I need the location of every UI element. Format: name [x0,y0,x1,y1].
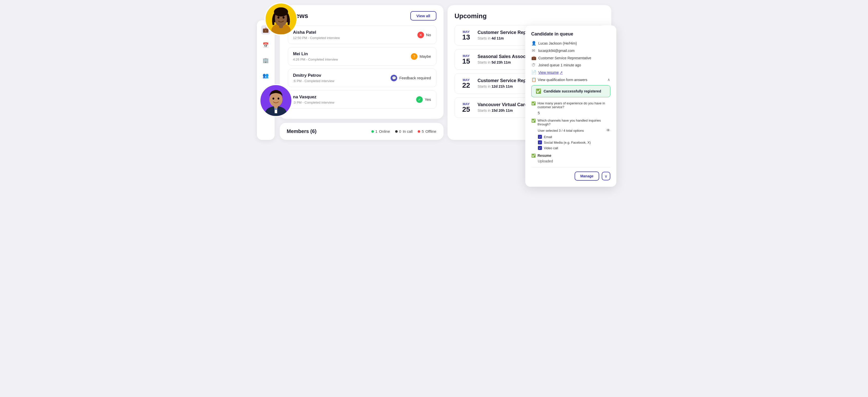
interview-time-vasquez: :3 PM - Completed interview [293,101,334,104]
stat-offline-count: 5 [422,129,424,134]
resume-section: ✅ Resume Uploaded [531,153,610,163]
checkbox-video: ✓ Video call [538,146,610,150]
event-day-2: 22 [460,82,473,89]
interview-name-mei: Mei Lin [293,51,338,56]
interview-status-mei: ? Maybe [411,53,431,60]
members-card: Members (6) 1 Online 0 In call 5 Offline [280,123,443,140]
interviews-header: rviews View all [288,11,436,21]
external-link-icon: ↗ [560,70,563,75]
interview-time-aisha: 12:50 PM - Completed interview [293,36,340,40]
checkbox-social: ✓ Social Media (e.g. Facebook, X) [538,140,610,144]
briefcase-icon: 💼 [531,55,536,60]
interview-name-vasquez: na Vasquez [293,94,334,100]
panel-row-joined: ⏱ Joined queue 1 minute ago [531,63,610,67]
panel-title: Candidate in queue [531,31,610,37]
sidebar-icon-users[interactable]: 👥 [261,71,270,80]
interview-info-mei: Mei Lin 4:26 PM - Completed interview [293,51,338,61]
members-stats: 1 Online 0 In call 5 Offline [371,129,436,134]
collapse-icon[interactable]: ∧ [607,77,610,82]
event-time-1: Starts in 5d 23h 11m [478,60,533,64]
candidate-email: lucasjck94@gmail.com [538,49,575,53]
event-day-3: 25 [460,106,473,113]
status-label-feedback: Feedback required [399,76,431,80]
qa-question-0: How many years of experience do you have… [538,101,610,109]
dot-online [371,130,374,133]
svg-point-12 [269,92,282,107]
interview-name-aisha: Aisha Patel [293,30,340,35]
stat-online: 1 Online [371,129,390,134]
qa-label-0: ✅ How many years of experience do you ha… [531,101,610,109]
stat-offline: 5 Offline [418,129,436,134]
manage-button[interactable]: Manage [575,172,599,181]
interview-status-dmitry: 💬 Feedback required [391,75,431,81]
sidebar: 💼 📅 🏢 👥 [257,20,275,140]
event-date-1: MAY 15 [460,54,473,65]
sidebar-icon-building[interactable]: 🏢 [261,56,270,65]
event-day-0: 13 [460,34,473,41]
checkbox-video-icon: ✓ [538,146,542,150]
clock-icon: ⏱ [531,63,536,67]
stat-incall: 0 In call [395,129,413,134]
interview-time-dmitry: :6 PM - Completed interview [293,79,334,83]
dot-offline [418,130,420,133]
resume-label: ✅ Resume [531,153,610,158]
status-icon-no: ✕ [417,32,424,38]
sidebar-icon-calendar[interactable]: 📅 [261,40,270,50]
svg-point-13 [272,97,274,100]
panel-row-email: ✉ lucasjck94@gmail.com [531,48,610,53]
event-date-2: MAY 22 [460,78,473,89]
interview-time-mei: 4:26 PM - Completed interview [293,58,338,61]
chevron-down-button[interactable]: ∨ [602,172,610,180]
event-day-1: 15 [460,58,473,65]
eye-icon[interactable]: 👁 [606,128,610,133]
members-title: Members (6) [287,129,317,134]
svg-point-5 [282,17,284,19]
resume-status: Uploaded [538,159,610,163]
form-icon: 📋 [531,77,536,82]
person-icon: 👤 [531,41,536,46]
event-title-1: Seasonal Sales Associate [478,54,533,59]
svg-point-4 [277,17,279,19]
status-label-yes: Yes [425,97,431,102]
checkbox-email: ✓ Email [538,135,610,139]
view-all-button[interactable]: View all [410,11,436,21]
panel-row-name: 👤 Lucas Jackson (He/Him) [531,41,610,46]
interview-item-dmitry: Dmitry Petrov :6 PM - Completed intervie… [288,69,436,87]
event-date-3: MAY 25 [460,102,473,113]
email-icon: ✉ [531,48,536,53]
view-resume-link[interactable]: View resume ↗ [538,70,563,75]
candidate-role: Customer Service Representative [538,56,591,60]
qa-question-1: Which channels have you handled inquirie… [538,119,610,126]
status-label-maybe: Maybe [420,54,431,59]
checkbox-email-label: Email [544,135,552,139]
svg-point-6 [274,7,288,17]
checkbox-email-icon: ✓ [538,135,542,139]
candidate-joined: Joined queue 1 minute ago [538,63,581,67]
checkbox-social-label: Social Media (e.g. Facebook, X) [544,141,591,144]
resume-check-icon: ✅ [531,153,536,158]
qa-check-icon-0: ✅ [531,101,536,105]
checkbox-social-icon: ✓ [538,140,542,144]
stat-online-label: Online [379,129,390,134]
view-qualification-text: View qualification form answers [538,78,588,82]
doc-icon: 📄 [531,70,536,75]
success-message: Candidate successfully registered [544,89,601,93]
interview-item-vasquez: na Vasquez :3 PM - Completed interview ✓… [288,90,436,109]
panel-section-qualification: 📋 View qualification form answers ∧ [531,77,610,82]
event-date-0: MAY 13 [460,30,473,41]
stat-online-count: 1 [375,129,377,134]
stat-offline-label: Offline [425,129,436,134]
interview-info-aisha: Aisha Patel 12:50 PM - Completed intervi… [293,30,340,40]
interview-status-aisha: ✕ No [417,32,431,38]
resume-label-text: Resume [538,153,551,158]
interview-item-aisha: Aisha Patel 12:50 PM - Completed intervi… [288,26,436,44]
candidate-panel: Candidate in queue 👤 Lucas Jackson (He/H… [525,25,616,187]
qa-section-0: ✅ How many years of experience do you ha… [531,101,610,115]
success-banner: ✅ Candidate successfully registered [531,85,610,97]
status-icon-maybe: ? [411,53,417,60]
qa-answer-0: 5 [538,111,610,115]
upcoming-title: Upcoming [455,12,604,20]
avatar-male [259,84,292,117]
dot-incall [395,130,398,133]
panel-footer: Manage ∨ [531,167,610,181]
